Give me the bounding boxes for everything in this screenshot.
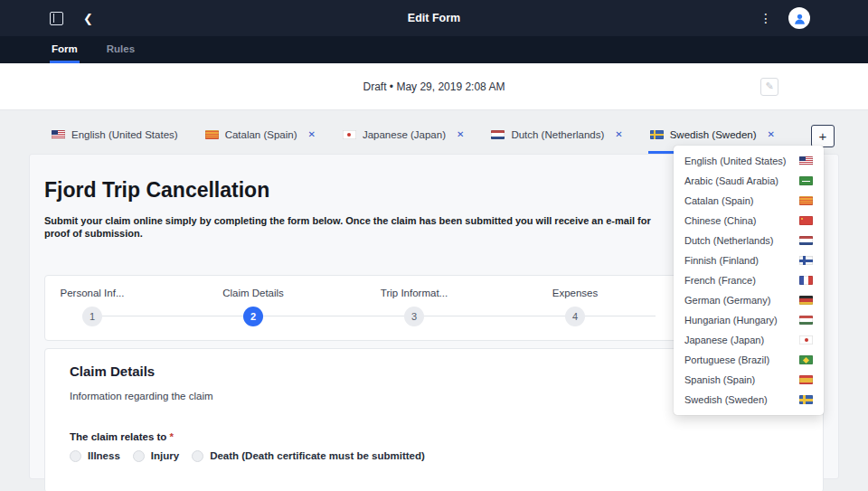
language-menu-item[interactable]: Spanish (Spain) (674, 370, 824, 390)
radio-option[interactable]: Injury (133, 450, 179, 462)
step-connector (263, 316, 334, 316)
language-tab-label: Dutch (Netherlands) (511, 129, 604, 140)
wizard-step-4[interactable]: Expenses4 (495, 288, 656, 326)
radio-button[interactable] (133, 450, 145, 462)
language-tab-nl[interactable]: Dutch (Netherlands)✕ (489, 118, 624, 154)
claim-relates-question: The claim relates to* IllnessInjuryDeath… (70, 431, 808, 462)
hu-flag-icon (799, 316, 813, 325)
language-tab-label: Japanese (Japan) (363, 129, 446, 140)
edit-title-button[interactable]: ✎ (760, 78, 778, 96)
catalan-flag-icon (205, 130, 219, 139)
avatar[interactable] (788, 7, 810, 29)
es-flag-icon (799, 375, 813, 384)
step-number: 4 (565, 307, 585, 326)
step-number: 2 (243, 307, 263, 326)
language-menu-item[interactable]: Catalan (Spain) (674, 191, 824, 211)
step-indicator-row: 1 (12, 307, 173, 326)
step-connector (424, 316, 495, 316)
language-menu-item[interactable]: Swedish (Sweden) (674, 390, 824, 410)
close-icon[interactable]: ✕ (615, 129, 622, 139)
language-menu-item[interactable]: Hungarian (Hungary) (674, 310, 824, 330)
language-menu-item-label: Hungarian (Hungary) (684, 315, 778, 326)
radio-option-label: Injury (151, 450, 179, 461)
close-icon[interactable]: ✕ (768, 129, 775, 139)
radio-option[interactable]: Death (Death certificate must be submitt… (192, 450, 425, 462)
form-description: Submit your claim online simply by compl… (44, 214, 677, 241)
wizard-step-3[interactable]: Trip Informat...3 (334, 288, 495, 326)
step-connector (102, 316, 173, 316)
topbar-left-group: ❮ (50, 12, 93, 25)
se-flag-icon (650, 130, 664, 139)
cn-flag-icon (799, 216, 813, 225)
form-rules-tab-bar: FormRules (0, 36, 868, 63)
radio-button[interactable] (192, 450, 203, 462)
radio-option[interactable]: Illness (70, 450, 120, 462)
language-menu-item[interactable]: Dutch (Netherlands) (674, 231, 824, 250)
add-language-button[interactable]: + (811, 125, 835, 147)
user-icon (793, 12, 807, 25)
step-indicator-row: 4 (495, 307, 656, 326)
language-menu-item-label: Swedish (Sweden) (684, 394, 768, 405)
language-menu-item[interactable]: Finnish (Finland) (674, 250, 824, 270)
language-menu-item[interactable]: Portuguese (Brazil) (674, 350, 824, 370)
close-icon[interactable]: ✕ (457, 129, 464, 139)
catalan-flag-icon (799, 196, 813, 205)
back-chevron-icon[interactable]: ❮ (83, 13, 93, 24)
language-menu-item-label: Spanish (Spain) (684, 374, 755, 385)
language-tab-label: English (United States) (71, 129, 178, 140)
step-label: Trip Informat... (381, 288, 448, 298)
step-connector (495, 316, 565, 316)
radio-option-label: Illness (88, 450, 120, 461)
language-tab-catalan[interactable]: Catalan (Spain)✕ (203, 118, 317, 154)
language-menu-item-label: English (United States) (684, 156, 787, 166)
window-title: Edit Form (408, 12, 460, 24)
radio-option-label: Death (Death certificate must be submitt… (210, 450, 425, 461)
jp-flag-icon (799, 335, 813, 345)
nl-flag-icon (799, 236, 813, 245)
step-indicator-row: 3 (334, 307, 495, 326)
language-menu-item[interactable]: Arabic (Saudi Arabia) (674, 171, 824, 191)
fr-flag-icon (799, 276, 813, 285)
tab-rules[interactable]: Rules (105, 36, 137, 63)
sidebar-panel-icon[interactable] (50, 12, 63, 25)
step-indicator-row: 2 (173, 307, 334, 326)
language-tab-us[interactable]: English (United States) (50, 118, 180, 154)
se-flag-icon (799, 395, 813, 404)
wizard-step-2[interactable]: Claim Details2 (173, 288, 334, 326)
jp-flag-icon (343, 130, 356, 139)
step-number: 3 (404, 307, 424, 326)
main-content: English (United States)Catalan (Spain)✕J… (0, 110, 868, 491)
language-menu-item-label: Catalan (Spain) (684, 195, 753, 206)
fi-flag-icon (799, 256, 813, 265)
language-menu-item-label: Chinese (China) (684, 215, 756, 226)
us-flag-icon (799, 156, 813, 165)
close-icon[interactable]: ✕ (308, 129, 316, 139)
br-flag-icon (799, 355, 813, 364)
step-label: Claim Details (222, 288, 284, 298)
language-menu-item[interactable]: English (United States) (674, 151, 824, 171)
language-menu-item[interactable]: French (France) (674, 270, 824, 290)
language-menu-item[interactable]: Japanese (Japan) (674, 330, 824, 350)
language-menu-item[interactable]: German (Germany) (674, 290, 824, 310)
language-tabs: English (United States)Catalan (Spain)✕J… (50, 118, 777, 154)
language-menu-item[interactable]: Chinese (China) (674, 211, 824, 231)
wizard-step-1[interactable]: Personal Inf...1 (12, 288, 173, 326)
tab-form[interactable]: Form (50, 36, 80, 63)
radio-button[interactable] (70, 450, 81, 462)
pencil-icon: ✎ (765, 80, 773, 92)
step-label: Expenses (552, 288, 599, 298)
language-tab-jp[interactable]: Japanese (Japan)✕ (341, 118, 466, 154)
nl-flag-icon (491, 130, 505, 139)
language-menu-item-label: Dutch (Netherlands) (684, 235, 773, 246)
language-menu-item-label: Portuguese (Brazil) (684, 354, 769, 365)
kebab-menu-icon[interactable]: ⋮ (760, 12, 772, 24)
topbar-right-group: ⋮ (760, 7, 810, 29)
language-menu-item-label: Arabic (Saudi Arabia) (684, 175, 778, 186)
language-dropdown-menu: English (United States)Arabic (Saudi Ara… (674, 146, 824, 415)
status-bar: Draft • May 29, 2019 2:08 AM ✎ (0, 63, 868, 110)
language-menu-item-label: French (France) (684, 275, 756, 286)
step-connector (334, 316, 404, 316)
step-number: 1 (82, 307, 102, 326)
language-menu-item-label: Finnish (Finland) (684, 255, 759, 266)
step-label: Personal Inf... (61, 288, 125, 298)
